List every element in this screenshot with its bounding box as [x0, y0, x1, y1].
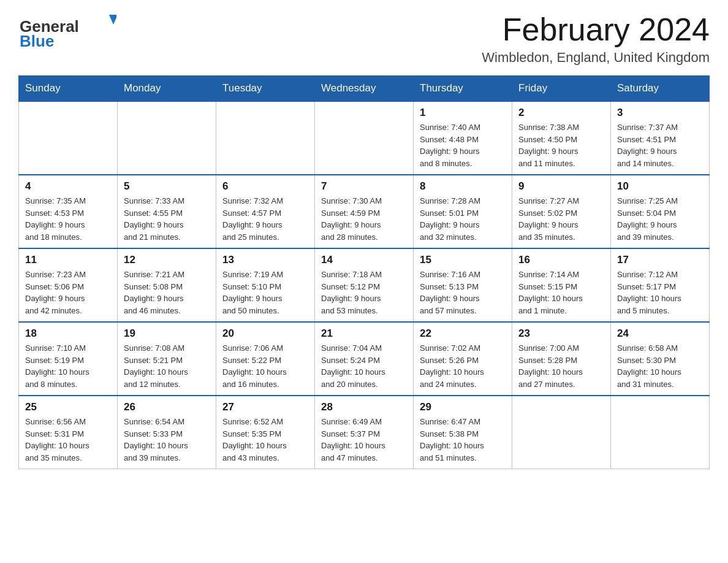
day-number: 26: [124, 401, 210, 413]
day-info: Sunrise: 7:27 AM Sunset: 5:02 PM Dayligh…: [518, 195, 604, 243]
day-of-week-header: Thursday: [414, 76, 512, 102]
day-info: Sunrise: 7:25 AM Sunset: 5:04 PM Dayligh…: [617, 195, 703, 243]
day-of-week-header: Friday: [512, 76, 611, 102]
day-of-week-header: Wednesday: [315, 76, 414, 102]
day-number: 22: [420, 327, 506, 340]
logo-image: General Blue: [18, 12, 116, 49]
calendar-cell: 1Sunrise: 7:40 AM Sunset: 4:48 PM Daylig…: [414, 101, 512, 175]
day-info: Sunrise: 7:16 AM Sunset: 5:13 PM Dayligh…: [420, 269, 506, 316]
calendar-cell: 27Sunrise: 6:52 AM Sunset: 5:35 PM Dayli…: [216, 396, 315, 469]
calendar-cell: 7Sunrise: 7:30 AM Sunset: 4:59 PM Daylig…: [315, 175, 414, 248]
calendar-week-row: 4Sunrise: 7:35 AM Sunset: 4:53 PM Daylig…: [19, 175, 710, 248]
day-info: Sunrise: 6:58 AM Sunset: 5:30 PM Dayligh…: [617, 342, 703, 390]
calendar-cell: 14Sunrise: 7:18 AM Sunset: 5:12 PM Dayli…: [315, 248, 414, 322]
day-number: 15: [420, 254, 506, 266]
day-number: 12: [124, 254, 210, 266]
calendar-cell: [611, 396, 710, 469]
day-number: 18: [25, 327, 111, 340]
day-number: 3: [617, 107, 703, 119]
calendar-cell: 5Sunrise: 7:33 AM Sunset: 4:55 PM Daylig…: [118, 175, 216, 248]
logo: General Blue: [18, 12, 116, 49]
day-number: 19: [124, 327, 210, 340]
calendar-cell: [118, 101, 216, 175]
day-info: Sunrise: 7:23 AM Sunset: 5:06 PM Dayligh…: [25, 269, 111, 316]
calendar-cell: 10Sunrise: 7:25 AM Sunset: 5:04 PM Dayli…: [611, 175, 710, 248]
day-number: 4: [25, 180, 111, 193]
day-info: Sunrise: 7:08 AM Sunset: 5:21 PM Dayligh…: [124, 342, 210, 390]
day-number: 11: [25, 254, 111, 266]
calendar-cell: [315, 101, 414, 175]
calendar-cell: 23Sunrise: 7:00 AM Sunset: 5:28 PM Dayli…: [512, 322, 611, 396]
calendar-cell: 28Sunrise: 6:49 AM Sunset: 5:37 PM Dayli…: [315, 396, 414, 469]
calendar-cell: 3Sunrise: 7:37 AM Sunset: 4:51 PM Daylig…: [611, 101, 710, 175]
day-number: 6: [222, 180, 308, 193]
day-number: 10: [617, 180, 703, 193]
day-info: Sunrise: 7:18 AM Sunset: 5:12 PM Dayligh…: [321, 269, 407, 316]
day-number: 20: [222, 327, 308, 340]
calendar-cell: [19, 101, 118, 175]
day-number: 17: [617, 254, 703, 266]
calendar-cell: 8Sunrise: 7:28 AM Sunset: 5:01 PM Daylig…: [414, 175, 512, 248]
day-number: 16: [518, 254, 604, 266]
day-number: 7: [321, 180, 407, 193]
calendar-week-row: 1Sunrise: 7:40 AM Sunset: 4:48 PM Daylig…: [19, 101, 710, 175]
day-info: Sunrise: 7:35 AM Sunset: 4:53 PM Dayligh…: [25, 195, 111, 243]
calendar-cell: 20Sunrise: 7:06 AM Sunset: 5:22 PM Dayli…: [216, 322, 315, 396]
day-number: 8: [420, 180, 506, 193]
day-number: 24: [617, 327, 703, 340]
day-number: 21: [321, 327, 407, 340]
day-info: Sunrise: 7:04 AM Sunset: 5:24 PM Dayligh…: [321, 342, 407, 390]
day-number: 25: [25, 401, 111, 413]
day-number: 23: [518, 327, 604, 340]
calendar-cell: 4Sunrise: 7:35 AM Sunset: 4:53 PM Daylig…: [19, 175, 118, 248]
day-info: Sunrise: 7:38 AM Sunset: 4:50 PM Dayligh…: [518, 121, 604, 169]
day-info: Sunrise: 7:33 AM Sunset: 4:55 PM Dayligh…: [124, 195, 210, 243]
calendar-header-row: SundayMondayTuesdayWednesdayThursdayFrid…: [19, 76, 710, 102]
day-info: Sunrise: 6:54 AM Sunset: 5:33 PM Dayligh…: [124, 416, 210, 464]
svg-marker-1: [109, 15, 116, 25]
day-info: Sunrise: 7:32 AM Sunset: 4:57 PM Dayligh…: [222, 195, 308, 243]
day-info: Sunrise: 7:37 AM Sunset: 4:51 PM Dayligh…: [617, 121, 703, 169]
calendar-week-row: 11Sunrise: 7:23 AM Sunset: 5:06 PM Dayli…: [19, 248, 710, 322]
day-info: Sunrise: 7:02 AM Sunset: 5:26 PM Dayligh…: [420, 342, 506, 390]
day-info: Sunrise: 6:49 AM Sunset: 5:37 PM Dayligh…: [321, 416, 407, 464]
day-number: 13: [222, 254, 308, 266]
day-info: Sunrise: 7:21 AM Sunset: 5:08 PM Dayligh…: [124, 269, 210, 316]
title-area: February 2024 Wimbledon, England, United…: [482, 12, 710, 66]
header: General Blue February 2024 Wimbledon, En…: [18, 12, 710, 66]
calendar-week-row: 25Sunrise: 6:56 AM Sunset: 5:31 PM Dayli…: [19, 396, 710, 469]
calendar-cell: 2Sunrise: 7:38 AM Sunset: 4:50 PM Daylig…: [512, 101, 611, 175]
day-info: Sunrise: 6:52 AM Sunset: 5:35 PM Dayligh…: [222, 416, 308, 464]
day-info: Sunrise: 7:10 AM Sunset: 5:19 PM Dayligh…: [25, 342, 111, 390]
calendar-cell: 24Sunrise: 6:58 AM Sunset: 5:30 PM Dayli…: [611, 322, 710, 396]
calendar-cell: [512, 396, 611, 469]
location-title: Wimbledon, England, United Kingdom: [482, 50, 710, 66]
calendar-cell: 16Sunrise: 7:14 AM Sunset: 5:15 PM Dayli…: [512, 248, 611, 322]
day-info: Sunrise: 7:14 AM Sunset: 5:15 PM Dayligh…: [518, 269, 604, 316]
day-info: Sunrise: 6:56 AM Sunset: 5:31 PM Dayligh…: [25, 416, 111, 464]
calendar-cell: 26Sunrise: 6:54 AM Sunset: 5:33 PM Dayli…: [118, 396, 216, 469]
calendar-cell: 11Sunrise: 7:23 AM Sunset: 5:06 PM Dayli…: [19, 248, 118, 322]
day-number: 5: [124, 180, 210, 193]
day-info: Sunrise: 7:06 AM Sunset: 5:22 PM Dayligh…: [222, 342, 308, 390]
calendar-cell: [216, 101, 315, 175]
calendar-table: SundayMondayTuesdayWednesdayThursdayFrid…: [18, 75, 710, 469]
day-of-week-header: Saturday: [611, 76, 710, 102]
day-number: 29: [420, 401, 506, 413]
day-number: 27: [222, 401, 308, 413]
day-info: Sunrise: 7:19 AM Sunset: 5:10 PM Dayligh…: [222, 269, 308, 316]
calendar-cell: 21Sunrise: 7:04 AM Sunset: 5:24 PM Dayli…: [315, 322, 414, 396]
calendar-cell: 9Sunrise: 7:27 AM Sunset: 5:02 PM Daylig…: [512, 175, 611, 248]
day-info: Sunrise: 7:12 AM Sunset: 5:17 PM Dayligh…: [617, 269, 703, 316]
day-info: Sunrise: 7:00 AM Sunset: 5:28 PM Dayligh…: [518, 342, 604, 390]
day-info: Sunrise: 6:47 AM Sunset: 5:38 PM Dayligh…: [420, 416, 506, 464]
calendar-cell: 29Sunrise: 6:47 AM Sunset: 5:38 PM Dayli…: [414, 396, 512, 469]
calendar-cell: 13Sunrise: 7:19 AM Sunset: 5:10 PM Dayli…: [216, 248, 315, 322]
calendar-cell: 15Sunrise: 7:16 AM Sunset: 5:13 PM Dayli…: [414, 248, 512, 322]
svg-text:Blue: Blue: [20, 32, 54, 49]
day-info: Sunrise: 7:40 AM Sunset: 4:48 PM Dayligh…: [420, 121, 506, 169]
calendar-cell: 17Sunrise: 7:12 AM Sunset: 5:17 PM Dayli…: [611, 248, 710, 322]
day-number: 1: [420, 107, 506, 119]
day-number: 2: [518, 107, 604, 119]
calendar-week-row: 18Sunrise: 7:10 AM Sunset: 5:19 PM Dayli…: [19, 322, 710, 396]
